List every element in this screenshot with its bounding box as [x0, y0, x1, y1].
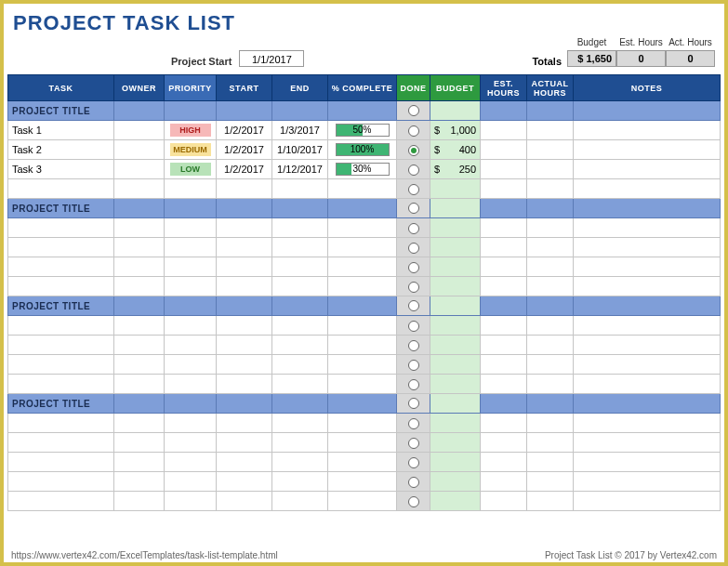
cell[interactable] — [527, 433, 574, 453]
cell[interactable] — [481, 238, 527, 257]
done-radio-icon[interactable] — [408, 418, 419, 429]
cell[interactable] — [217, 355, 272, 375]
cell[interactable]: 30% — [328, 160, 397, 179]
cell[interactable] — [481, 414, 527, 433]
cell[interactable] — [8, 238, 114, 257]
done-radio-icon[interactable] — [408, 262, 419, 273]
cell[interactable] — [165, 472, 217, 492]
cell[interactable] — [430, 355, 481, 375]
cell[interactable] — [217, 472, 272, 492]
done-radio-icon[interactable] — [408, 203, 419, 214]
cell[interactable] — [114, 179, 165, 199]
cell[interactable] — [272, 277, 328, 296]
cell[interactable]: LOW — [165, 160, 217, 179]
project-start-input[interactable]: 1/1/2017 — [239, 50, 304, 67]
cell[interactable] — [430, 179, 481, 199]
cell[interactable]: 1/12/2017 — [272, 160, 328, 179]
cell[interactable] — [430, 316, 481, 336]
cell[interactable] — [574, 140, 721, 160]
cell[interactable] — [574, 257, 721, 277]
cell[interactable] — [272, 355, 328, 375]
cell[interactable] — [217, 492, 272, 511]
col-priority[interactable]: PRIORITY — [165, 75, 217, 101]
cell[interactable] — [397, 453, 430, 472]
col-owner[interactable]: OWNER — [114, 75, 165, 101]
cell[interactable] — [481, 453, 527, 472]
cell[interactable] — [165, 375, 217, 394]
cell[interactable] — [430, 336, 481, 355]
cell[interactable] — [272, 238, 328, 257]
task-name-cell[interactable]: Task 1 — [8, 121, 114, 140]
done-radio-icon[interactable] — [408, 321, 419, 332]
cell[interactable] — [481, 160, 527, 179]
cell[interactable] — [272, 433, 328, 453]
cell[interactable] — [574, 375, 721, 394]
col-notes[interactable]: NOTES — [574, 75, 721, 101]
cell[interactable] — [114, 218, 165, 238]
done-radio-icon[interactable] — [408, 438, 419, 449]
cell[interactable] — [272, 414, 328, 433]
cell[interactable]: HIGH — [165, 121, 217, 140]
cell[interactable] — [165, 257, 217, 277]
cell[interactable] — [8, 277, 114, 296]
cell[interactable] — [574, 218, 721, 238]
cell[interactable] — [217, 336, 272, 355]
cell[interactable] — [397, 316, 430, 336]
cell[interactable]: 1/2/2017 — [217, 121, 272, 140]
cell[interactable] — [397, 433, 430, 453]
cell[interactable] — [397, 121, 430, 140]
cell[interactable] — [217, 277, 272, 296]
col-done[interactable]: DONE — [397, 75, 430, 101]
cell[interactable] — [527, 218, 574, 238]
cell[interactable] — [574, 179, 721, 199]
done-radio-icon[interactable] — [408, 300, 419, 311]
cell[interactable] — [217, 414, 272, 433]
cell[interactable] — [272, 472, 328, 492]
cell[interactable] — [430, 375, 481, 394]
cell[interactable] — [217, 433, 272, 453]
cell[interactable]: 250 — [430, 160, 481, 179]
cell[interactable] — [8, 375, 114, 394]
cell[interactable] — [328, 472, 397, 492]
cell[interactable] — [272, 453, 328, 472]
cell[interactable] — [397, 414, 430, 433]
task-name-cell[interactable]: Task 2 — [8, 140, 114, 160]
cell[interactable] — [328, 277, 397, 296]
col-budget[interactable]: BUDGET — [430, 75, 481, 101]
done-radio-icon[interactable] — [408, 477, 419, 488]
cell[interactable] — [328, 433, 397, 453]
cell[interactable]: 50% — [328, 121, 397, 140]
cell[interactable] — [8, 355, 114, 375]
cell[interactable] — [527, 316, 574, 336]
cell[interactable] — [8, 414, 114, 433]
cell[interactable] — [165, 218, 217, 238]
cell[interactable] — [397, 218, 430, 238]
cell[interactable] — [114, 472, 165, 492]
cell[interactable] — [527, 472, 574, 492]
cell[interactable] — [165, 336, 217, 355]
cell[interactable] — [574, 316, 721, 336]
cell[interactable] — [481, 140, 527, 160]
cell[interactable] — [574, 121, 721, 140]
col-pct-complete[interactable]: % COMPLETE — [328, 75, 397, 101]
cell[interactable] — [574, 336, 721, 355]
cell[interactable] — [397, 277, 430, 296]
cell[interactable] — [217, 218, 272, 238]
cell[interactable] — [397, 238, 430, 257]
cell[interactable] — [328, 414, 397, 433]
cell[interactable] — [114, 355, 165, 375]
cell[interactable] — [527, 121, 574, 140]
cell[interactable] — [114, 375, 165, 394]
col-est-hours[interactable]: EST. HOURS — [481, 75, 527, 101]
cell[interactable] — [328, 218, 397, 238]
cell[interactable] — [114, 336, 165, 355]
cell[interactable] — [217, 238, 272, 257]
done-radio-icon[interactable] — [408, 282, 419, 293]
cell[interactable] — [481, 433, 527, 453]
cell[interactable] — [527, 277, 574, 296]
cell[interactable] — [114, 121, 165, 140]
cell[interactable] — [272, 492, 328, 511]
cell[interactable] — [114, 257, 165, 277]
cell[interactable] — [217, 375, 272, 394]
cell[interactable] — [430, 472, 481, 492]
